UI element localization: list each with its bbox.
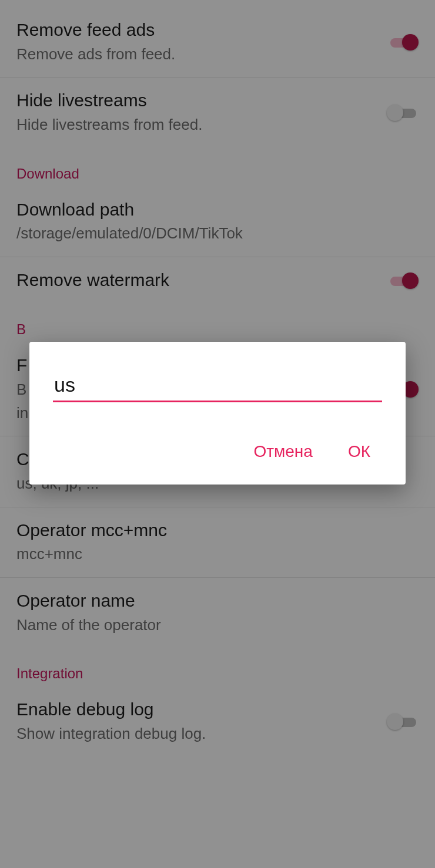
cancel-button[interactable]: Отмена (250, 438, 316, 466)
input-dialog: Отмена ОК (29, 342, 406, 485)
settings-screen: Remove feed ads Remove ads from feed. Hi… (0, 0, 435, 868)
ok-button[interactable]: ОК (344, 438, 374, 466)
dialog-actions: Отмена ОК (53, 438, 382, 470)
input-underline (53, 401, 382, 402)
dialog-text-input[interactable] (53, 370, 382, 402)
dialog-input-wrap (53, 370, 382, 402)
